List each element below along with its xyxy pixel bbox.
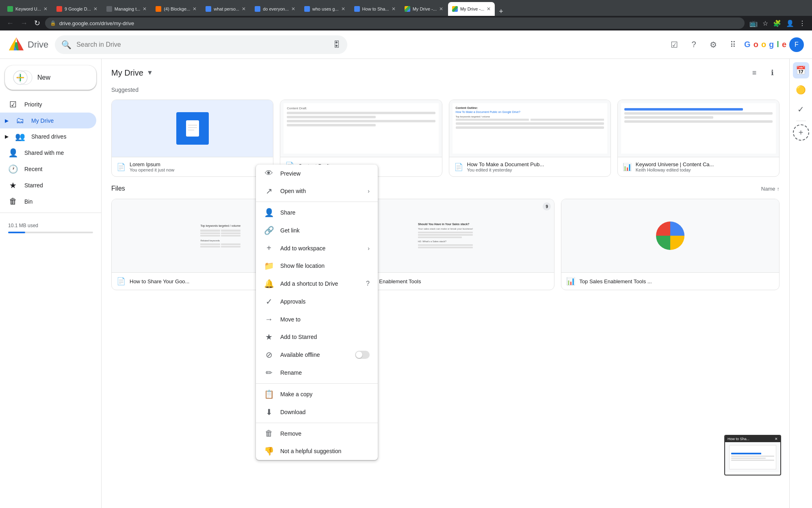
shortcut-help-icon: ? [366,280,370,287]
checklist-icon-btn[interactable]: ☑ [666,37,682,53]
tab-6[interactable]: do everyon... ✕ [251,2,299,16]
sidebar-item-my-drive[interactable]: ▶ 🗂 My Drive [0,113,96,128]
tab-favicon-6 [255,6,260,12]
new-plus-icon-2 [18,70,32,85]
tab-close-3[interactable]: ✕ [143,6,147,12]
storage-used-text: 10.1 MB used [8,223,93,228]
logo: Drive [8,37,48,53]
storage-section: 10.1 MB used [0,216,101,241]
tab-8[interactable]: How to Sha... ✕ [350,2,400,16]
right-panel-tasks-icon[interactable]: ✓ [793,101,809,117]
offline-toggle[interactable] [355,351,370,359]
tab-close-2[interactable]: ✕ [93,6,97,12]
back-button[interactable]: ← [5,17,15,29]
menu-icon[interactable]: ⋮ [797,18,807,29]
tab-close-8[interactable]: ✕ [392,6,396,12]
menu-item-offline[interactable]: ⊘ Available offline [256,346,378,364]
tab-3[interactable]: Managing t... ✕ [102,2,151,16]
sidebar-item-recent[interactable]: 🕐 Recent [0,161,96,177]
tab-favicon-1 [7,6,13,12]
tab-close-4[interactable]: ✕ [193,6,197,12]
refresh-button[interactable]: ↻ [32,17,42,29]
cast-icon[interactable]: 📺 [748,18,759,29]
menu-label-show-location: Show file location [280,263,370,269]
shared-drives-arrow: ▶ [5,134,9,139]
tab-title-2: 9 Google D... [65,7,91,11]
context-menu: 👁 Preview ↗ Open with › 👤 Share 🔗 [256,165,378,460]
help-icon-btn[interactable]: ? [686,37,702,53]
menu-item-show-location[interactable]: 📁 Show file location [256,257,378,275]
forward-button[interactable]: → [19,17,29,29]
search-bar[interactable]: 🔍 🎛 [55,35,347,54]
menu-label-open-with: Open with [280,188,361,194]
my-drive-icon: 🗂 [15,116,25,125]
approvals-icon: ✓ [264,297,274,306]
sidebar-item-starred[interactable]: ★ Starred [0,177,96,193]
preview-icon: 👁 [264,169,274,178]
tab-close-9[interactable]: ✕ [439,6,443,12]
menu-item-download[interactable]: ⬇ Download [256,403,378,421]
tab-10[interactable]: My Drive -... ✕ [448,2,495,16]
copy-icon: 📋 [264,389,274,399]
tune-icon[interactable]: 🎛 [333,40,341,49]
menu-label-copy: Make a copy [280,391,370,397]
popup-thumbnail: How to Sha... ✕ [724,435,781,475]
menu-item-preview[interactable]: 👁 Preview [256,165,378,182]
menu-item-shortcut[interactable]: 🔔 Add a shortcut to Drive ? [256,275,378,293]
menu-item-add-workspace[interactable]: + Add to workspace › [256,239,378,257]
extension-icon[interactable]: 🧩 [771,18,783,29]
remove-icon: 🗑 [264,429,274,438]
new-button[interactable]: New [5,65,96,90]
menu-item-move-to[interactable]: → Move to [256,310,378,328]
sidebar-item-shared-with-me[interactable]: 👤 Shared with me [0,145,96,161]
new-tab-button[interactable]: + [496,7,507,16]
tab-close-5[interactable]: ✕ [242,6,246,12]
apps-icon-btn[interactable]: ⠿ [725,37,741,53]
thumbnail-close[interactable]: ✕ [775,437,778,441]
search-input[interactable] [76,41,328,48]
sidebar-label-recent: Recent [24,166,42,172]
menu-item-share[interactable]: 👤 Share [256,204,378,221]
menu-item-not-helpful[interactable]: 👎 Not a helpful suggestion [256,442,378,460]
tab-1[interactable]: Keyword U... ✕ [3,2,52,16]
tab-2[interactable]: 9 Google D... ✕ [52,2,102,16]
right-panel: 📅 🟡 ✓ + [789,59,812,508]
sidebar-item-bin[interactable]: 🗑 Bin [0,193,96,209]
bookmark-icon[interactable]: ☆ [761,18,770,29]
app-header: Drive 🔍 🎛 ☑ ? ⚙ ⠿ Google F [0,30,812,59]
tab-5[interactable]: what perso... ✕ [201,2,250,16]
open-with-icon: ↗ [264,186,274,196]
menu-item-get-link[interactable]: 🔗 Get link [256,221,378,239]
storage-bar-fill [8,232,25,233]
menu-item-approvals[interactable]: ✓ Approvals [256,293,378,310]
tab-close-6[interactable]: ✕ [291,6,295,12]
menu-item-add-starred[interactable]: ★ Add to Starred [256,328,378,346]
menu-label-move-to: Move to [280,316,370,323]
settings-icon-btn[interactable]: ⚙ [705,37,721,53]
right-panel-notes-icon[interactable]: 🟡 [793,82,809,98]
tab-title-10: My Drive -... [460,7,484,11]
sidebar-item-priority[interactable]: ☑ Priority [0,96,96,113]
tab-7[interactable]: who uses g... ✕ [300,2,349,16]
browser-chrome: Keyword U... ✕ 9 Google D... ✕ Managing … [0,0,812,30]
right-panel-calendar-icon[interactable]: 📅 [793,62,809,78]
sidebar-item-shared-drives[interactable]: ▶ 👥 Shared drives [0,128,96,145]
context-menu-overlay[interactable]: 👁 Preview ↗ Open with › 👤 Share 🔗 [102,59,789,508]
address-bar[interactable]: 🔒 drive.google.com/drive/my-drive [45,17,745,29]
tab-close-1[interactable]: ✕ [43,6,48,12]
tab-close-7[interactable]: ✕ [341,6,345,12]
starred-icon: ★ [8,180,18,190]
profile-icon[interactable]: 👤 [784,18,796,29]
user-avatar[interactable]: F [789,37,804,52]
menu-item-open-with[interactable]: ↗ Open with › [256,182,378,200]
bin-icon: 🗑 [8,197,18,206]
menu-item-remove[interactable]: 🗑 Remove [256,425,378,442]
tab-favicon-5 [206,6,211,12]
tab-9[interactable]: My Drive -... ✕ [401,2,447,16]
right-panel-add-button[interactable]: + [793,124,809,141]
sidebar-label-starred: Starred [24,182,43,189]
tab-close-10[interactable]: ✕ [487,6,491,12]
tab-4[interactable]: (4) Blockge... ✕ [152,2,201,16]
menu-item-rename[interactable]: ✏ Rename [256,364,378,382]
menu-item-copy[interactable]: 📋 Make a copy [256,385,378,403]
